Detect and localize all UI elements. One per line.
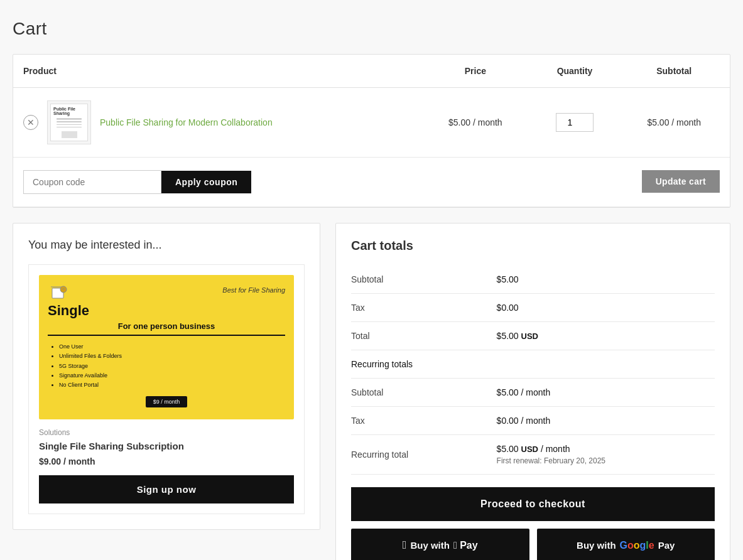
cart-totals-title: Cart totals — [351, 239, 715, 253]
coupon-row: Apply coupon Update cart — [13, 158, 730, 207]
google-pay-button[interactable]: Buy with Google Pay — [537, 529, 715, 560]
feature-item: One User — [59, 342, 285, 352]
col-header-price: Price — [420, 55, 531, 88]
google-pay-text: Buy with — [577, 540, 616, 551]
recurring-header-row: Recurring totals — [351, 350, 715, 379]
product-card-icon — [48, 281, 70, 304]
product-thumbnail: Public File Sharing — [47, 100, 91, 144]
feature-item: 5G Storage — [59, 362, 285, 371]
coupon-area: Apply coupon — [23, 170, 251, 194]
cart-table-wrapper: Product Price Quantity Subtotal ✕ Public… — [13, 54, 730, 208]
interested-title: You may be interested in... — [28, 239, 305, 252]
card-category: Solutions — [39, 428, 294, 437]
update-cart-button[interactable]: Update cart — [642, 170, 720, 193]
item-price: $5.00 / month — [420, 88, 531, 158]
card-for-text: For one person business — [48, 321, 285, 336]
table-row: ✕ Public File Sharing Public Fi — [13, 88, 730, 158]
svg-point-2 — [60, 286, 67, 293]
total-label: Total — [351, 322, 497, 350]
recurring-tax-label: Tax — [351, 407, 497, 435]
apple-pay-logo:  Pay — [453, 540, 478, 551]
apply-coupon-button[interactable]: Apply coupon — [161, 171, 251, 193]
recurring-label: Recurring totals — [351, 350, 715, 379]
totals-total-row: Total $5.00 USD — [351, 322, 715, 350]
feature-item: Unlimited Files & Folders — [59, 352, 285, 361]
card-price-tag: $9 / month — [146, 396, 188, 407]
recurring-subtotal-row: Subtotal $5.00 / month — [351, 379, 715, 407]
product-card: Best for File Sharing Single For one per… — [28, 264, 305, 514]
tax-label: Tax — [351, 294, 497, 322]
signup-button[interactable]: Sign up now — [39, 475, 294, 503]
subtotal-label: Subtotal — [351, 266, 497, 294]
recurring-tax-value: $0.00 / month — [497, 407, 715, 435]
bottom-section: You may be interested in... Best for Fil… — [13, 223, 730, 560]
col-header-quantity: Quantity — [531, 55, 619, 88]
card-product-price: $9.00 / month — [39, 456, 294, 466]
card-product-name: Single File Sharing Subscription — [39, 441, 294, 451]
renewal-note: First renewal: February 20, 2025 — [497, 456, 715, 465]
col-header-product: Product — [13, 55, 420, 88]
card-subtitle: Best for File Sharing — [222, 286, 285, 294]
tax-value: $0.00 — [497, 294, 715, 322]
product-name-link[interactable]: Public File Sharing for Modern Collabora… — [100, 117, 273, 127]
product-cell: ✕ Public File Sharing Public Fi — [23, 100, 409, 144]
recurring-total-label: Recurring total — [351, 435, 497, 475]
coupon-input[interactable] — [23, 170, 161, 194]
apple-icon:  — [403, 539, 407, 552]
recurring-subtotal-value: $5.00 / month — [497, 379, 715, 407]
item-subtotal: $5.00 / month — [618, 88, 730, 158]
recurring-tax-row: Tax $0.00 / month — [351, 407, 715, 435]
card-features: One User Unlimited Files & Folders 5G St… — [48, 342, 285, 390]
remove-item-button[interactable]: ✕ — [23, 115, 38, 130]
total-value: $5.00 USD — [497, 322, 715, 350]
total-currency: USD — [521, 331, 538, 341]
google-g-logo: Google — [620, 540, 654, 551]
cart-table: Product Price Quantity Subtotal ✕ Public… — [13, 55, 730, 207]
subtotal-value: $5.00 — [497, 266, 715, 294]
apple-pay-label: Buy with — [410, 540, 450, 551]
totals-table: Subtotal $5.00 Tax $0.00 Total $5.00 USD… — [351, 266, 715, 475]
totals-tax-row: Tax $0.00 — [351, 294, 715, 322]
recurring-total-row: Recurring total $5.00 USD / month First … — [351, 435, 715, 475]
feature-item: Signature Available — [59, 371, 285, 380]
cart-totals-section: Cart totals Subtotal $5.00 Tax $0.00 Tot… — [335, 223, 730, 560]
col-header-subtotal: Subtotal — [618, 55, 730, 88]
apple-pay-button[interactable]:  Buy with  Pay — [351, 529, 529, 560]
page-title: Cart — [13, 19, 730, 39]
feature-item: No Client Portal — [59, 380, 285, 390]
card-main-title: Single — [48, 303, 285, 319]
recurring-total-currency: USD — [521, 444, 538, 454]
recurring-total-period: / month — [541, 444, 570, 454]
quantity-input[interactable] — [556, 113, 594, 132]
totals-subtotal-row: Subtotal $5.00 — [351, 266, 715, 294]
google-pay-suffix: Pay — [658, 540, 675, 551]
proceed-to-checkout-button[interactable]: Proceed to checkout — [351, 487, 715, 521]
recurring-subtotal-label: Subtotal — [351, 379, 497, 407]
pay-buttons-area:  Buy with  Pay Buy with Google Pay — [351, 529, 715, 560]
product-card-image: Best for File Sharing Single For one per… — [39, 275, 294, 419]
interested-section: You may be interested in... Best for Fil… — [13, 223, 320, 530]
recurring-total-value: $5.00 USD / month First renewal: Februar… — [497, 435, 715, 475]
